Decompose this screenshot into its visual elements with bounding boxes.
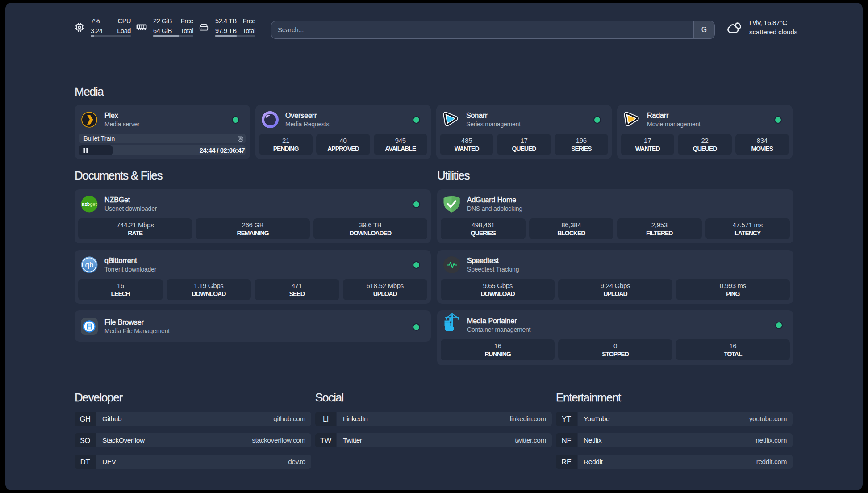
svg-text:nzbget: nzbget xyxy=(82,201,97,207)
svg-text:qb: qb xyxy=(85,261,94,269)
